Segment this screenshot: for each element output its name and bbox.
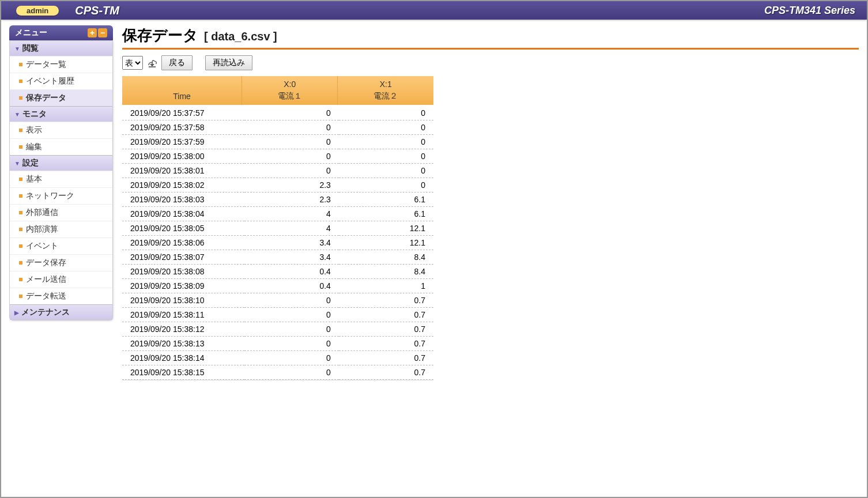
cell-time: 2019/09/20 15:38:09 xyxy=(122,279,244,293)
menu-group-header[interactable]: 閲覧 xyxy=(10,41,112,56)
expand-all-icon[interactable]: + xyxy=(88,28,97,37)
table-row: 2019/09/20 15:38:1300.7 xyxy=(122,337,433,351)
menu-item[interactable]: データ一覧 xyxy=(10,56,112,73)
cell-value: 0 xyxy=(244,164,339,178)
table-row: 2019/09/20 15:38:1200.7 xyxy=(122,322,433,337)
cell-value: 6.1 xyxy=(339,207,433,221)
cell-value: 0 xyxy=(244,337,339,351)
table-row: 2019/09/20 15:38:090.41 xyxy=(122,279,433,293)
cell-value: 8.4 xyxy=(339,250,433,265)
cell-value: 2.3 xyxy=(244,178,339,193)
cell-time: 2019/09/20 15:37:58 xyxy=(122,120,244,135)
menu-item[interactable]: イベント履歴 xyxy=(10,73,112,89)
view-select[interactable]: 表 xyxy=(122,56,143,70)
menu-item[interactable]: データ転送 xyxy=(10,288,112,304)
menu-item[interactable]: データ保存 xyxy=(10,254,112,271)
cell-time: 2019/09/20 15:38:05 xyxy=(122,221,244,236)
cell-time: 2019/09/20 15:38:12 xyxy=(122,322,244,337)
cell-time: 2019/09/20 15:38:15 xyxy=(122,365,244,380)
table-row: 2019/09/20 15:38:022.30 xyxy=(122,178,433,193)
cell-value: 3.4 xyxy=(244,236,339,250)
brand-title: CPS-TM xyxy=(75,4,119,17)
cell-time: 2019/09/20 15:38:07 xyxy=(122,250,244,265)
menu-header: メニュー + − xyxy=(9,25,113,40)
table-row: 2019/09/20 15:38:1500.7 xyxy=(122,365,433,380)
cell-value: 0 xyxy=(339,178,433,193)
column-header: Time xyxy=(122,76,242,105)
cell-value: 0.4 xyxy=(244,279,339,293)
admin-badge[interactable]: admin xyxy=(16,6,59,16)
back-button[interactable]: 戻る xyxy=(161,55,193,70)
cell-value: 1 xyxy=(339,279,433,293)
menu-item[interactable]: イベント xyxy=(10,237,112,254)
cell-value: 0.7 xyxy=(339,322,433,337)
table-row: 2019/09/20 15:38:0446.1 xyxy=(122,207,433,221)
table-row: 2019/09/20 15:38:073.48.4 xyxy=(122,250,433,265)
sidebar: メニュー + − 閲覧データ一覧イベント履歴保存データモニタ表示編集設定基本ネッ… xyxy=(9,25,113,491)
table-row: 2019/09/20 15:38:1400.7 xyxy=(122,351,433,365)
menu-item[interactable]: 内部演算 xyxy=(10,221,112,237)
table-row: 2019/09/20 15:38:080.48.4 xyxy=(122,265,433,279)
download-icon[interactable] xyxy=(146,57,158,69)
cell-time: 2019/09/20 15:38:08 xyxy=(122,265,244,279)
reload-button[interactable]: 再読込み xyxy=(205,55,252,70)
cell-time: 2019/09/20 15:38:04 xyxy=(122,207,244,221)
cell-value: 6.1 xyxy=(339,193,433,207)
cell-time: 2019/09/20 15:37:57 xyxy=(122,105,244,120)
collapse-all-icon[interactable]: − xyxy=(98,28,107,37)
cell-time: 2019/09/20 15:38:00 xyxy=(122,149,244,164)
menu-item[interactable]: 表示 xyxy=(10,122,112,138)
menu-group-header[interactable]: メンテナンス xyxy=(10,304,112,320)
cell-time: 2019/09/20 15:37:59 xyxy=(122,135,244,149)
cell-value: 12.1 xyxy=(339,236,433,250)
page-subtitle: [ data_6.csv ] xyxy=(204,30,277,43)
cell-value: 0 xyxy=(339,105,433,120)
column-header: X:0電流１ xyxy=(242,76,338,105)
page-title-row: 保存データ [ data_6.csv ] xyxy=(122,25,859,50)
cell-value: 2.3 xyxy=(244,193,339,207)
menu-group-header[interactable]: 設定 xyxy=(10,155,112,171)
toolbar: 表 戻る 再読込み xyxy=(122,55,859,70)
cell-value: 8.4 xyxy=(339,265,433,279)
cell-value: 0.7 xyxy=(339,337,433,351)
menu-item[interactable]: 保存データ xyxy=(10,89,112,106)
table-row: 2019/09/20 15:38:032.36.1 xyxy=(122,193,433,207)
table-row: 2019/09/20 15:38:05412.1 xyxy=(122,221,433,236)
menu-title: メニュー xyxy=(15,28,47,38)
cell-value: 0 xyxy=(244,365,339,380)
table-scroll[interactable]: 2019/09/20 15:37:57002019/09/20 15:37:58… xyxy=(122,105,433,380)
app-header: admin CPS-TM CPS-TM341 Series xyxy=(1,1,867,20)
table-row: 2019/09/20 15:38:0100 xyxy=(122,164,433,178)
cell-time: 2019/09/20 15:38:10 xyxy=(122,293,244,308)
cell-value: 0 xyxy=(244,308,339,322)
menu: 閲覧データ一覧イベント履歴保存データモニタ表示編集設定基本ネットワーク外部通信内… xyxy=(9,40,113,320)
cell-value: 0 xyxy=(244,105,339,120)
data-table: TimeX:0電流１X:1電流２ 2019/09/20 15:37:570020… xyxy=(122,76,433,380)
menu-item[interactable]: 基本 xyxy=(10,171,112,187)
menu-group-header[interactable]: モニタ xyxy=(10,106,112,122)
page-title: 保存データ xyxy=(122,25,198,46)
cell-time: 2019/09/20 15:38:02 xyxy=(122,178,244,193)
cell-value: 3.4 xyxy=(244,250,339,265)
cell-time: 2019/09/20 15:38:14 xyxy=(122,351,244,365)
menu-item[interactable]: 編集 xyxy=(10,138,112,155)
cell-value: 0 xyxy=(244,322,339,337)
cell-value: 0 xyxy=(244,135,339,149)
cell-value: 0 xyxy=(244,120,339,135)
menu-item[interactable]: ネットワーク xyxy=(10,187,112,204)
cell-value: 0.4 xyxy=(244,265,339,279)
cell-value: 0.7 xyxy=(339,365,433,380)
table-row: 2019/09/20 15:38:0000 xyxy=(122,149,433,164)
table-row: 2019/09/20 15:37:5900 xyxy=(122,135,433,149)
cell-time: 2019/09/20 15:38:06 xyxy=(122,236,244,250)
table-row: 2019/09/20 15:38:063.412.1 xyxy=(122,236,433,250)
cell-value: 4 xyxy=(244,207,339,221)
cell-value: 0.7 xyxy=(339,293,433,308)
cell-value: 0.7 xyxy=(339,308,433,322)
menu-item[interactable]: 外部通信 xyxy=(10,204,112,221)
table-row: 2019/09/20 15:37:5700 xyxy=(122,105,433,120)
menu-item[interactable]: メール送信 xyxy=(10,271,112,288)
cell-value: 0 xyxy=(244,149,339,164)
cell-time: 2019/09/20 15:38:11 xyxy=(122,308,244,322)
table-row: 2019/09/20 15:37:5800 xyxy=(122,120,433,135)
